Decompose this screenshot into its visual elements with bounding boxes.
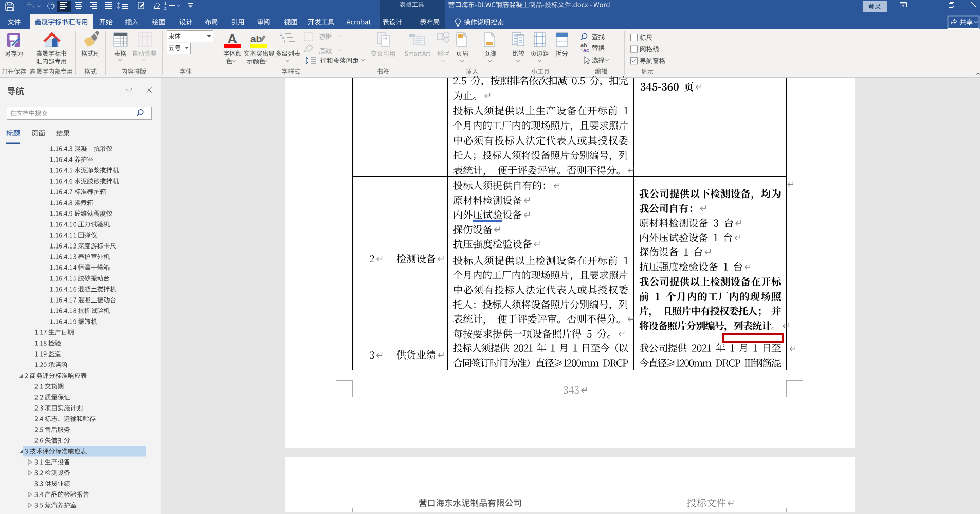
svg-text:ab: ab: [250, 33, 262, 44]
svg-text:A: A: [228, 31, 238, 46]
svg-text:1: 1: [164, 1, 167, 6]
svg-text:ac: ac: [583, 47, 589, 54]
svg-text:i: i: [284, 39, 285, 44]
svg-text:2: 2: [164, 6, 167, 11]
